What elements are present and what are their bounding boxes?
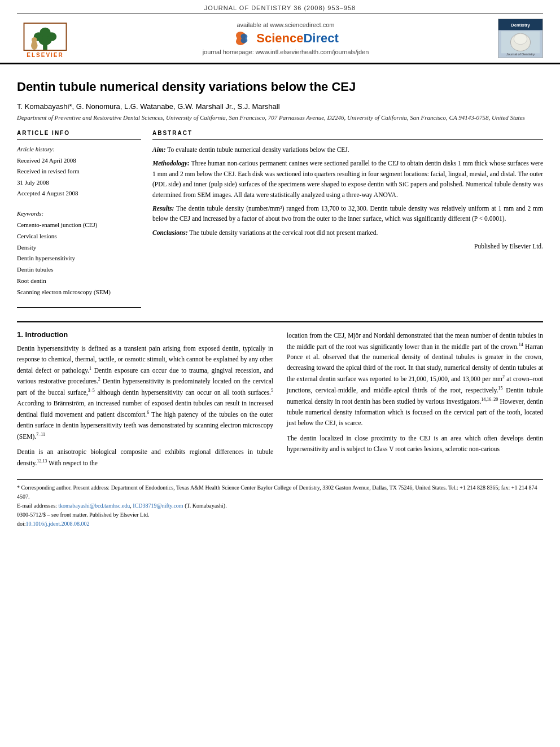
sciencedirect-text: ScienceDirect (256, 31, 339, 46)
body-paragraph-4: The dentin localized in close proximity … (287, 433, 543, 455)
section1-heading: 1. Introduction (17, 330, 273, 339)
abstract-results: Results: The dentin tubule density (numb… (152, 203, 543, 224)
email-link-2[interactable]: ICD38719@nifty.com (133, 503, 183, 509)
svg-point-13 (514, 33, 527, 45)
keywords-divider (17, 307, 141, 308)
abstract-methodology: Methodology: Three human non-carious per… (152, 158, 543, 200)
svg-text:Dentistry: Dentistry (511, 23, 530, 28)
footnote-2: E-mail addresses: tkomabayashi@bcd.tamhs… (17, 501, 543, 510)
doi-link[interactable]: 10.1016/j.jdent.2008.08.002 (26, 521, 90, 527)
body-right-column: location from the CEJ, Mjör and Nordahl … (287, 330, 543, 473)
body-columns: 1. Introduction Dentin hypersensitivity … (17, 330, 543, 473)
article-info-divider (17, 139, 141, 140)
article-info-column: ARTICLE INFO Article history: Received 2… (17, 130, 141, 312)
published-by: Published by Elsevier Ltd. (152, 241, 543, 251)
footnote-3: 0300-5712/$ – see front matter. Publishe… (17, 510, 543, 519)
svg-point-4 (40, 28, 50, 37)
abstract-divider (152, 139, 543, 140)
body-paragraph-3: location from the CEJ, Mjör and Nordahl … (287, 330, 543, 429)
info-abstract-row: ARTICLE INFO Article history: Received 2… (17, 130, 543, 312)
revised-label: Received in revised form (17, 167, 141, 176)
article-content: Dentin tubule numerical density variatio… (0, 64, 560, 540)
sciencedirect-logo: ScienceDirect (233, 30, 339, 46)
keywords-label: Keywords: (17, 209, 141, 219)
section1-title: Introduction (25, 330, 68, 339)
keyword-2: Cervical lesions (17, 231, 141, 242)
keyword-6: Root dentin (17, 276, 141, 287)
sciencedirect-icon (233, 30, 253, 46)
body-paragraph-2: Dentin is an anisotropic biological comp… (17, 447, 273, 469)
abstract-conclusions: Conclusions: The tubule density variatio… (152, 228, 543, 238)
article-info-label: ARTICLE INFO (17, 130, 141, 136)
body-paragraph-1: Dentin hypersensitivity is defined as a … (17, 343, 273, 442)
keyword-3: Density (17, 242, 141, 254)
abstract-label-heading: ABSTRACT (152, 130, 543, 136)
body-left-column: 1. Introduction Dentin hypersensitivity … (17, 330, 273, 473)
svg-point-6 (32, 37, 37, 43)
keyword-7: Scanning electron microscopy (SEM) (17, 287, 141, 298)
accepted-date: Accepted 4 August 2008 (17, 189, 141, 198)
keyword-5: Dentin tubules (17, 264, 141, 276)
abstract-text: Aim: To evaluate dentin tubule numerical… (152, 145, 543, 252)
elsevier-tree-icon (23, 23, 68, 51)
journal-header: JOURNAL OF DENTISTRY 36 (2008) 953–958 (0, 0, 560, 14)
body-section: 1. Introduction Dentin hypersensitivity … (17, 321, 543, 529)
elsevier-label: ELSEVIER (27, 52, 63, 58)
dentistry-cover-image: Dentistry Journal of Dentistry (498, 19, 542, 58)
received-date: Received 24 April 2008 (17, 156, 141, 165)
svg-text:Journal of Dentistry: Journal of Dentistry (506, 53, 535, 56)
keyword-4: Dentin hypersensitivity (17, 253, 141, 264)
dentistry-cover: Dentistry Journal of Dentistry (498, 19, 543, 58)
center-logos: available at www.sciencedirect.com Scien… (203, 21, 369, 55)
journal-title: JOURNAL OF DENTISTRY 36 (2008) 953–958 (204, 5, 356, 11)
abstract-aim: Aim: To evaluate dentin tubule numerical… (152, 145, 543, 155)
author-names: T. Komabayashi*, G. Nonomura, L.G. Watan… (17, 102, 280, 111)
revised-date: 31 July 2008 (17, 178, 141, 187)
footnotes: * Corresponding author. Present address:… (17, 479, 543, 528)
section1-number: 1. (17, 330, 23, 339)
abstract-column: ABSTRACT Aim: To evaluate dentin tubule … (152, 130, 543, 312)
footnote-1: * Corresponding author. Present address:… (17, 483, 543, 501)
elsevier-logo: ELSEVIER (17, 19, 73, 58)
keyword-1: Cemento-enamel junction (CEJ) (17, 220, 141, 231)
logo-row: ELSEVIER available at www.sciencedirect.… (0, 14, 560, 64)
available-text: available at www.sciencedirect.com (237, 21, 334, 28)
keywords-list: Cemento-enamel junction (CEJ) Cervical l… (17, 220, 141, 298)
footnote-4: doi:10.1016/j.jdent.2008.08.002 (17, 519, 543, 528)
article-title: Dentin tubule numerical density variatio… (17, 79, 543, 95)
authors: T. Komabayashi*, G. Nonomura, L.G. Watan… (17, 102, 543, 111)
email-link-1[interactable]: tkomabayashi@bcd.tamhsc.edu (58, 503, 130, 509)
article-history-label: Article history: (17, 145, 141, 154)
affiliation: Department of Preventive and Restorative… (17, 113, 543, 123)
page: JOURNAL OF DENTISTRY 36 (2008) 953–958 E… (0, 0, 560, 747)
homepage-text: journal homepage: www.intl.elsevierhealt… (203, 49, 369, 55)
